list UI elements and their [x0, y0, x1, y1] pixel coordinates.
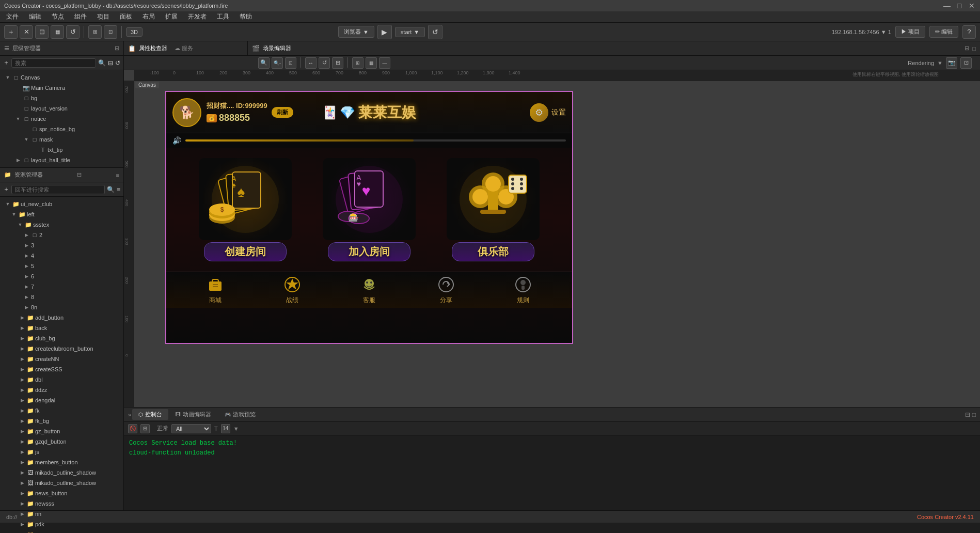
project-btn[interactable]: ▶ 项目 [895, 26, 925, 38]
console-font-size-btn[interactable]: 14 [221, 424, 230, 433]
scene-editor-collapse[interactable]: ⊟ [965, 45, 969, 52]
service-nav-item[interactable]: 客服 [360, 275, 378, 305]
tree-members-button[interactable]: ▶ 📁 members_button [0, 457, 123, 467]
se-rotate-btn[interactable]: ↺ [319, 57, 330, 69]
tree-dbl[interactable]: ▶ 📁 dbl [0, 374, 123, 385]
fit-btn[interactable]: ⊡ [285, 57, 296, 69]
tree-ddzz[interactable]: ▶ 📁 ddzz [0, 385, 123, 395]
scene-search-input[interactable] [11, 58, 96, 68]
record-nav-item[interactable]: 战绩 [283, 275, 302, 305]
browser-selector[interactable]: 浏览器 ▼ [338, 26, 374, 38]
service-tab[interactable]: ☁ 服务 [175, 44, 193, 52]
toolbar-delete-btn[interactable]: ✕ [20, 25, 33, 39]
se-scale-btn[interactable]: ⊞ [332, 57, 343, 69]
tree-createclubroom-button[interactable]: ▶ 📁 createclubroom_button [0, 343, 123, 354]
menu-extend[interactable]: 扩展 [161, 11, 182, 22]
scene-editor-expand-btn[interactable]: □ [972, 45, 976, 52]
game-refresh-button[interactable]: 刷新 [272, 107, 293, 118]
tree-layout-version[interactable]: □ layout_version [0, 103, 123, 114]
tree-bg[interactable]: □ bg [0, 93, 123, 103]
menu-file[interactable]: 文件 [2, 11, 23, 22]
join-room-button[interactable]: ♥ A ♥ 🎰 [312, 158, 426, 261]
toolbar-scale-btn[interactable]: ⊞ [88, 25, 102, 39]
tree-pdk[interactable]: ▶ 📁 pdk [0, 519, 123, 529]
zoom-in-btn[interactable]: 🔍 [258, 57, 270, 69]
toolbar-add-btn[interactable]: ＋ [4, 25, 18, 39]
tree-mikado-outline-shadow-2[interactable]: ▶ 🖼 mikado_outline_shadow [0, 478, 123, 488]
scene-refresh-icon[interactable]: ↺ [115, 59, 120, 67]
tree-item-2[interactable]: ▶ □ 2 [0, 230, 123, 240]
tree-createSSS[interactable]: ▶ 📁 createSSS [0, 364, 123, 374]
menu-project[interactable]: 项目 [93, 11, 114, 22]
tree-ui-new-club[interactable]: ▼ 📁 ui_new_club [0, 199, 123, 209]
console-clear-btn[interactable]: 🚫 [128, 424, 137, 433]
tree-mask[interactable]: ▼ □ mask [0, 134, 123, 145]
assets-list-toggle[interactable]: ≡ [117, 186, 120, 193]
console-font-chevron[interactable]: ▼ [233, 426, 239, 432]
minimize-btn[interactable]: — [943, 2, 951, 10]
tree-item-6[interactable]: ▶ 6 [0, 271, 123, 281]
se-grid-btn[interactable]: ▦ [366, 57, 377, 69]
tree-gz-button[interactable]: ▶ 📁 gz_button [0, 426, 123, 436]
tree-createNN[interactable]: ▶ 📁 createNN [0, 354, 123, 364]
tree-item-7[interactable]: ▶ 7 [0, 281, 123, 292]
se-guide-btn[interactable]: — [379, 57, 390, 69]
tree-news-button[interactable]: ▶ 📁 news_button [0, 488, 123, 498]
club-button[interactable]: 俱乐部 [436, 158, 550, 261]
help-btn[interactable]: ? [962, 25, 976, 39]
tree-mikado-outline-shadow-1[interactable]: ▶ 🖼 mikado_outline_shadow [0, 467, 123, 478]
tree-layout-hall-title[interactable]: ▶ □ layout_hall_title [0, 155, 123, 165]
tree-gzqd-button[interactable]: ▶ 📁 gzqd_button [0, 436, 123, 447]
tree-ssstex[interactable]: ▼ 📁 ssstex [0, 220, 123, 230]
scene-filter-icon[interactable]: ⊟ [108, 59, 113, 67]
canvas-view[interactable]: -100 0 100 200 300 400 500 600 700 800 9… [124, 70, 980, 407]
toolbar-3d-btn[interactable]: 3D [126, 27, 143, 37]
menu-dev[interactable]: 开发者 [184, 11, 211, 22]
menu-help[interactable]: 帮助 [235, 11, 256, 22]
tree-nn[interactable]: ▶ 📁 nn [0, 509, 123, 519]
shop-nav-item[interactable]: 商城 [206, 275, 225, 305]
share-nav-item[interactable]: 分享 [437, 275, 455, 305]
tree-item-4[interactable]: ▶ 4 [0, 250, 123, 261]
console-level-select[interactable]: All Errors Warnings [171, 424, 211, 433]
console-tab[interactable]: ⬡ 控制台 [132, 409, 168, 420]
tree-newsss[interactable]: ▶ 📁 newsss [0, 498, 123, 509]
tree-spr-notice-bg[interactable]: □ spr_notice_bg [0, 124, 123, 134]
audio-bar[interactable] [185, 139, 566, 142]
se-move-btn[interactable]: ↔ [305, 57, 317, 69]
scene-search-icon[interactable]: 🔍 [98, 59, 106, 67]
tree-item-8n[interactable]: ▶ 8n [0, 302, 123, 312]
tree-canvas[interactable]: ▼ □ Canvas [0, 72, 123, 83]
tree-item-8[interactable]: ▶ 8 [0, 292, 123, 302]
tree-js[interactable]: ▶ 📁 js [0, 447, 123, 457]
menu-tools[interactable]: 工具 [213, 11, 233, 22]
assets-search-btn[interactable]: 🔍 [107, 186, 115, 193]
animation-editor-tab[interactable]: 🎞 动画编辑器 [169, 409, 217, 420]
tree-fk[interactable]: ▶ 📁 fk [0, 405, 123, 416]
tree-club-bg[interactable]: ▶ 📁 club_bg [0, 333, 123, 343]
assets-search-input[interactable] [11, 185, 105, 194]
assets-panel-collapse[interactable]: ⊟ [77, 171, 82, 178]
start-selector[interactable]: start ▼ [395, 27, 425, 37]
tree-item-5[interactable]: ▶ 5 [0, 261, 123, 271]
menu-component[interactable]: 组件 [70, 11, 91, 22]
game-settings-button[interactable]: ⚙ 设置 [530, 103, 566, 122]
refresh-button[interactable]: ↺ [428, 25, 442, 39]
tree-nyssss[interactable]: ▶ 📁 nyssss [0, 529, 123, 533]
maximize-btn[interactable]: □ [955, 2, 963, 10]
rules-nav-item[interactable]: 规则 [514, 275, 532, 305]
tree-left[interactable]: ▼ 📁 left [0, 209, 123, 220]
scene-camera-btn[interactable]: 📷 [946, 57, 957, 69]
toolbar-anchor-btn[interactable]: ⊡ [104, 25, 117, 39]
tree-notice[interactable]: ▼ □ notice [0, 114, 123, 124]
game-preview-tab[interactable]: 🎮 游戏预览 [218, 409, 262, 420]
scene-maximize-btn[interactable]: ⊡ [960, 57, 972, 69]
menu-layout[interactable]: 布局 [138, 11, 159, 22]
menu-node[interactable]: 节点 [48, 11, 68, 22]
zoom-out-btn[interactable]: 🔍- [272, 57, 283, 69]
close-btn[interactable]: ✕ [968, 2, 976, 10]
assets-panel-expand[interactable]: ≡ [116, 172, 119, 178]
edit-btn[interactable]: ✏ 编辑 [929, 26, 958, 38]
props-panel-title-tab[interactable]: 属性检查器 [139, 44, 167, 52]
tree-fk-bg[interactable]: ▶ 📁 fk_bg [0, 416, 123, 426]
